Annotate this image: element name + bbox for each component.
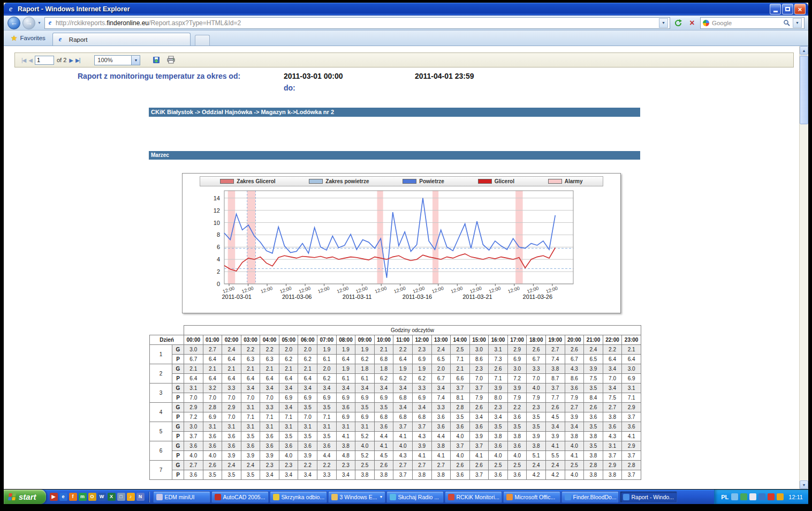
notes-icon[interactable]: N [136, 493, 145, 501]
glicerol-value-cell: 4.1 [545, 441, 565, 451]
glicerol-value-cell: 3.1 [489, 345, 508, 355]
outlook-icon[interactable]: O [88, 493, 96, 501]
back-button[interactable]: ← [7, 17, 20, 29]
minimize-button[interactable] [770, 4, 781, 14]
media-player-icon[interactable]: ▶ [50, 493, 58, 501]
glicerol-value-cell: 3.7 [393, 422, 413, 432]
glicerol-value-cell: 2.1 [222, 364, 241, 374]
glicerol-value-cell: 2.6 [451, 461, 470, 470]
powietrze-value-cell: 3.8 [507, 432, 527, 441]
powietrze-value-cell: 6.3 [260, 355, 279, 364]
powietrze-value-cell: 6.8 [374, 412, 393, 422]
network-icon[interactable] [758, 493, 765, 500]
zoom-select[interactable]: 100% ▼ [94, 55, 140, 65]
task-button[interactable]: 3 Windows E...▼ [328, 491, 385, 503]
export-button[interactable] [150, 54, 162, 66]
ie-icon[interactable]: e [59, 493, 67, 501]
page-number-input[interactable] [35, 56, 54, 65]
search-dropdown-button[interactable]: ▼ [793, 18, 802, 28]
glicerol-value-cell: 2.6 [489, 364, 508, 374]
taskbar: start ▶efmOWX□♪N EDM miniUIAutoCAD 2005.… [4, 490, 808, 504]
glicerol-value-cell: 2.6 [584, 403, 603, 412]
powietrze-value-cell: 6.9 [507, 355, 527, 364]
powietrze-value-cell: 8.1 [451, 393, 470, 403]
messenger-tray-icon[interactable] [740, 493, 747, 500]
powietrze-value-cell: 6.2 [374, 374, 393, 384]
glicerol-value-cell: 3.4 [545, 422, 565, 432]
glicerol-value-cell: 3.0 [469, 345, 489, 355]
time-column-header: 03:00 [241, 335, 260, 345]
powietrze-value-cell: 6.2 [393, 374, 413, 384]
powietrze-value-cell: 4.3 [412, 432, 431, 441]
glicerol-value-cell: 2.0 [317, 364, 337, 374]
task-button[interactable]: RCKiK Monitori... [445, 491, 502, 503]
powietrze-value-cell: 4.0 [507, 451, 527, 461]
search-magnifier-icon[interactable] [783, 19, 790, 26]
scrollbar-thumb[interactable] [800, 56, 808, 124]
powietrze-value-cell: 7.0 [222, 393, 241, 403]
glicerol-value-cell: 3.1 [222, 422, 241, 432]
task-button[interactable]: EDM miniUI [153, 491, 210, 503]
alarm-band [515, 191, 523, 284]
powietrze-value-cell: 3.9 [527, 432, 546, 441]
print-button[interactable] [165, 54, 177, 66]
table-row: 2G2.12.12.12.12.12.12.12.01.91.81.81.91.… [150, 364, 641, 374]
winamp-icon[interactable]: ♪ [127, 493, 135, 501]
stop-button[interactable]: × [686, 17, 698, 29]
messenger-icon[interactable]: m [79, 493, 87, 501]
language-indicator[interactable]: PL [721, 494, 728, 500]
maximize-button[interactable] [782, 4, 793, 14]
shield-icon[interactable] [768, 493, 775, 500]
recent-pages-chevron-icon[interactable]: ▼ [37, 21, 41, 25]
scroll-up-button[interactable]: ▲ [800, 46, 808, 55]
word-icon[interactable]: W [98, 493, 106, 501]
task-button[interactable]: Microsoft Offic... [503, 491, 560, 503]
next-page-button[interactable]: ▶ [69, 57, 73, 63]
table-row: P7.26.97.07.17.17.17.07.16.96.96.86.86.8… [150, 412, 641, 422]
glicerol-value-cell: 2.3 [260, 461, 279, 470]
task-button[interactable]: Raport - Windo... [620, 491, 677, 503]
excel-icon[interactable]: X [108, 493, 116, 501]
address-dropdown-button[interactable]: ▼ [659, 18, 668, 28]
glicerol-value-cell: 1.9 [412, 364, 431, 374]
glicerol-value-cell: 2.2 [260, 345, 279, 355]
task-button[interactable]: Finder.BloodDo... [561, 491, 619, 503]
search-input[interactable]: Google ▼ [700, 17, 805, 29]
new-tab-stub[interactable] [195, 35, 210, 46]
hide-icons-chevron[interactable] [731, 493, 738, 500]
task-button[interactable]: AutoCAD 2005... [211, 491, 269, 503]
vertical-scrollbar[interactable]: ▲ ▼ [799, 46, 808, 489]
clock[interactable]: 12:11 [788, 494, 803, 500]
glicerol-value-cell: 3.7 [545, 384, 565, 393]
powietrze-value-cell: 3.4 [298, 470, 317, 480]
refresh-button[interactable] [672, 17, 684, 29]
glicerol-value-cell: 3.4 [603, 384, 622, 393]
powietrze-value-cell: 6.2 [412, 374, 431, 384]
glicerol-row-label: G [172, 441, 184, 451]
updates-icon[interactable] [777, 493, 784, 500]
task-button-label: Skrzynka odbio... [282, 494, 325, 500]
close-button[interactable]: × [794, 4, 806, 14]
powietrze-value-cell: 3.8 [565, 432, 584, 441]
zoom-value: 100% [97, 57, 112, 63]
start-button[interactable]: start [4, 490, 46, 504]
forward-button[interactable]: → [22, 17, 35, 29]
volume-icon[interactable] [749, 493, 756, 500]
first-page-button[interactable]: |◀ [21, 57, 26, 63]
powietrze-value-cell: 6.4 [222, 355, 241, 364]
powietrze-value-cell: 7.4 [545, 355, 565, 364]
address-input[interactable]: e http://rckikreports.finderonline.eu/Re… [44, 17, 670, 29]
firefox-icon[interactable]: f [69, 493, 77, 501]
task-button[interactable]: Skrzynka odbio... [270, 491, 327, 503]
task-button[interactable]: Słuchaj Radio ... [386, 491, 444, 503]
glicerol-value-cell: 2.7 [203, 345, 222, 355]
last-page-button[interactable]: ▶| [75, 57, 80, 63]
show-desktop-icon[interactable]: □ [117, 493, 125, 501]
powietrze-value-cell: 4.5 [545, 412, 565, 422]
tab-raport[interactable]: e Raport [52, 33, 191, 46]
favorites-button[interactable]: ★ Favorites [8, 32, 48, 44]
prev-page-button[interactable]: ◀ [28, 57, 32, 63]
group-dropdown-icon[interactable]: ▼ [380, 495, 383, 499]
scroll-down-button[interactable]: ▼ [800, 480, 808, 489]
powietrze-value-cell: 6.9 [622, 374, 641, 384]
